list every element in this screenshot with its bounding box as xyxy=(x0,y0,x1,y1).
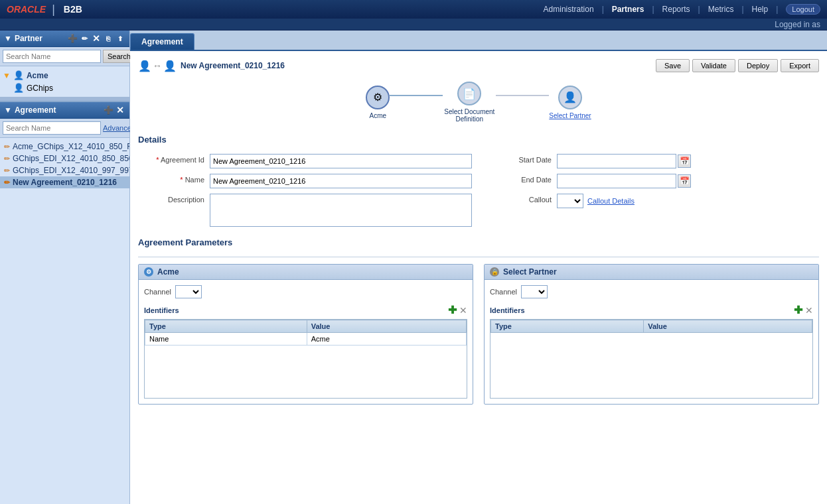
agreement-add-btn[interactable]: ➕ xyxy=(103,105,113,115)
acme-step-label: Acme xyxy=(370,112,387,119)
partner-step-label[interactable]: Select Partner xyxy=(549,112,591,119)
partner-search-input[interactable] xyxy=(3,50,101,63)
acme-step-icon: ⚙ xyxy=(366,86,390,109)
acme-del-identifier-btn[interactable]: ✕ xyxy=(459,305,467,316)
deploy-button[interactable]: Deploy xyxy=(738,59,778,72)
edit-icon-1: ✏ xyxy=(4,155,10,163)
select-partner-identifiers-header: Identifiers ✚ ✕ xyxy=(490,304,813,316)
acme-label: Acme xyxy=(27,71,48,80)
nav-logout[interactable]: Logout xyxy=(786,4,820,15)
description-input[interactable] xyxy=(210,194,472,227)
agreement-search-input[interactable] xyxy=(3,121,101,135)
partner-items: ▼ 👤 Acme 👤 GChips xyxy=(0,66,129,97)
select-partner-panel-header: 🔒 Select Partner xyxy=(485,265,818,280)
acme-col-type: Type xyxy=(145,320,307,333)
nav-administration[interactable]: Administration xyxy=(544,5,594,14)
agreement-delete-btn[interactable]: ✕ xyxy=(115,105,125,115)
end-date-input[interactable] xyxy=(557,174,676,188)
start-date-label: Start Date xyxy=(485,154,552,164)
partner-edit-btn[interactable]: ✏ xyxy=(79,33,90,44)
select-partner-identifiers-table: Type Value xyxy=(490,320,812,333)
acme-identifiers-table: Type Value Name Acme xyxy=(145,320,467,346)
partner-delete-btn[interactable]: ✕ xyxy=(91,33,102,44)
nav-metrics[interactable]: Metrics xyxy=(708,5,734,14)
agreement-item-0[interactable]: ✏ Acme_GChips_X12_4010_850_File... xyxy=(0,141,129,153)
callout-row: Callout Callout Details xyxy=(485,194,819,208)
save-button[interactable]: Save xyxy=(656,59,690,72)
acme-identifiers-actions: ✚ ✕ xyxy=(448,304,467,316)
callout-details-link[interactable]: Callout Details xyxy=(587,197,635,205)
agreement-item-2[interactable]: ✏ GChips_EDI_X12_4010_997_997d... xyxy=(0,164,129,176)
logged-in-bar: Logged in as xyxy=(0,19,827,31)
name-label: Name xyxy=(138,174,204,184)
acme-panel-header: ⚙ Acme xyxy=(139,265,473,280)
callout-select[interactable] xyxy=(557,194,583,208)
start-date-input[interactable] xyxy=(557,154,676,168)
workflow-step-acme: ⚙ Acme xyxy=(366,86,390,119)
nav-partners[interactable]: Partners xyxy=(612,5,644,14)
nav-links: Administration | Partners | Reports | Me… xyxy=(544,4,820,15)
end-date-row: End Date 📅 xyxy=(485,174,819,188)
nav-reports[interactable]: Reports xyxy=(662,5,690,14)
end-date-picker-btn[interactable]: 📅 xyxy=(678,174,691,188)
select-partner-panel-title: Select Partner xyxy=(503,267,557,277)
select-partner-channel-select[interactable] xyxy=(521,285,548,298)
select-partner-panel-icon: 🔒 xyxy=(490,267,499,277)
partner-icon-gchips: 👤 xyxy=(13,83,24,93)
toolbar-buttons: Save Validate Deploy Export xyxy=(656,59,819,72)
export-button[interactable]: Export xyxy=(781,59,819,72)
logged-in-label: Logged in as xyxy=(775,20,820,29)
select-partner-identifiers-actions: ✚ ✕ xyxy=(794,304,813,316)
agreement-section-header: ▼ Agreement ➕ ✕ xyxy=(0,102,129,119)
agreement-title: 👤 ↔ 👤 New Agreement_0210_1216 xyxy=(138,60,285,72)
acme-channel-select[interactable] xyxy=(175,285,202,298)
bottom-panels: ⚙ Acme Channel Identifiers xyxy=(138,264,819,405)
acme-add-identifier-btn[interactable]: ✚ xyxy=(448,304,457,316)
gchips-label: GChips xyxy=(27,84,53,93)
partner-step-icon: 👤 xyxy=(558,86,582,109)
partner-icon-right: 👤 xyxy=(163,60,177,72)
agreement-item-3[interactable]: ✏ New Agreement_0210_1216 xyxy=(0,176,129,188)
partner-icon: 👤 xyxy=(13,70,24,80)
acme-panel-body: Channel Identifiers ✚ ✕ xyxy=(139,280,473,404)
workflow-connector-1 xyxy=(390,95,443,96)
workflow-connector-2 xyxy=(496,95,549,96)
nav-help[interactable]: Help xyxy=(752,5,769,14)
agreement-item-label-2: GChips_EDI_X12_4010_997_997d... xyxy=(13,166,129,175)
acme-panel-title: Acme xyxy=(157,267,179,277)
agreement-params-title: Agreement Parameters xyxy=(138,237,819,250)
tab-agreement[interactable]: Agreement xyxy=(130,33,194,50)
validate-button[interactable]: Validate xyxy=(692,59,735,72)
agreement-item-1[interactable]: ✏ GChips_EDI_X12_4010_850_850d... xyxy=(0,153,129,164)
select-partner-del-identifier-btn[interactable]: ✕ xyxy=(805,305,813,316)
sp-col-type: Type xyxy=(491,320,644,333)
description-row: Description xyxy=(138,194,472,227)
agreement-id-input[interactable] xyxy=(210,154,472,168)
collapse-icon[interactable]: ▼ xyxy=(4,34,12,43)
edit-icon-2: ✏ xyxy=(4,166,10,175)
start-date-picker-btn[interactable]: 📅 xyxy=(678,155,691,168)
partner-add-btn[interactable]: ➕ xyxy=(67,33,78,44)
select-partner-panel-body: Channel Identifiers ✚ ✕ xyxy=(485,280,818,404)
name-input[interactable] xyxy=(210,174,472,188)
agreement-items: ✏ Acme_GChips_X12_4010_850_File... ✏ GCh… xyxy=(0,138,129,504)
sidebar-item-gchips[interactable]: 👤 GChips xyxy=(0,82,129,94)
select-partner-add-identifier-btn[interactable]: ✚ xyxy=(794,304,802,316)
select-partner-channel-label: Channel xyxy=(490,288,517,296)
callout-label: Callout xyxy=(485,194,552,204)
folder-icon: ▼ xyxy=(3,71,11,80)
sidebar-item-acme-group[interactable]: ▼ 👤 Acme xyxy=(0,69,129,82)
details-right: Start Date 📅 End Date 📅 xyxy=(485,154,819,227)
select-partner-channel-row: Channel xyxy=(490,285,813,298)
details-section-title: Details xyxy=(138,135,819,147)
details-grid: Agreement Id Name Description Start Date xyxy=(138,154,819,227)
table-row: Name Acme xyxy=(145,333,467,346)
agreement-id-row: Agreement Id xyxy=(138,154,472,168)
doc-step-label: Select Document Definition xyxy=(443,108,496,123)
partner-import-btn[interactable]: ⬆ xyxy=(115,33,125,44)
agreement-collapse-icon[interactable]: ▼ xyxy=(4,105,12,115)
acme-col-value: Value xyxy=(307,320,466,333)
workflow-step-doc: 📄 Select Document Definition xyxy=(443,82,496,123)
partner-copy-btn[interactable]: ⎘ xyxy=(103,33,113,44)
doc-step-icon: 📄 xyxy=(457,82,481,105)
